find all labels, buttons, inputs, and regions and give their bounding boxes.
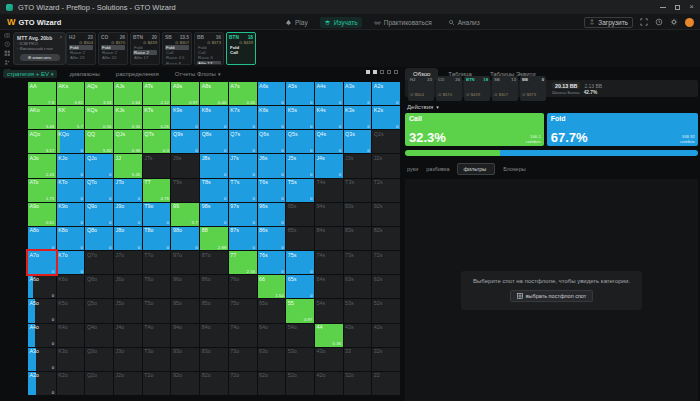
- hand-cell-A8o[interactable]: A8o0: [28, 227, 56, 250]
- hand-cell-AKs[interactable]: AKs3.82: [57, 82, 85, 105]
- action-card-fold[interactable]: Fold67.7%348.92combos: [547, 113, 698, 146]
- hand-cell-QJs[interactable]: QJs0.39: [114, 130, 142, 153]
- view-option-icon[interactable]: [387, 70, 391, 74]
- hand-cell-A4o[interactable]: A4o0: [28, 324, 56, 347]
- hand-cell-86o[interactable]: 86o: [200, 275, 228, 298]
- hand-cell-76s[interactable]: 76s0: [258, 251, 286, 274]
- hand-cell-65o[interactable]: 65o: [258, 299, 286, 322]
- hand-cell-J8o[interactable]: J8o0: [114, 227, 142, 250]
- view-option-icon[interactable]: [394, 70, 398, 74]
- hand-cell-92o[interactable]: 92o: [171, 372, 199, 395]
- hand-cell-JJ[interactable]: JJ5.26: [114, 154, 142, 177]
- action-allin-20[interactable]: Allin 20: [101, 55, 125, 60]
- hand-cell-99[interactable]: 993.7: [171, 203, 199, 226]
- hand-cell-66[interactable]: 661.54: [258, 275, 286, 298]
- hand-cell-85o[interactable]: 85o: [200, 299, 228, 322]
- hand-cell-98s[interactable]: 98s0: [200, 203, 228, 226]
- hand-cell-Q2o[interactable]: Q2o: [85, 372, 113, 395]
- hand-cell-AQs[interactable]: AQs3.53: [85, 82, 113, 105]
- edit-spot-button[interactable]: ⊕ изменить: [20, 54, 60, 61]
- hand-cell-ATo[interactable]: ATo1.75: [28, 179, 56, 202]
- hand-cell-AQo[interactable]: AQo3.17: [28, 130, 56, 153]
- actions-dropdown[interactable]: Действия▾: [407, 104, 698, 110]
- position-card-sb[interactable]: SB13.5⊙ $307FoldCallRaise 4.5Raise 8Alli…: [162, 32, 192, 65]
- hand-cell-83o[interactable]: 83o: [200, 348, 228, 371]
- hand-cell-32s[interactable]: 32s: [372, 348, 400, 371]
- hand-cell-44[interactable]: 440.36: [315, 324, 343, 347]
- expand-arrow-icon[interactable]: [58, 35, 63, 40]
- hand-cell-94o[interactable]: 94o: [171, 324, 199, 347]
- hand-cell-74s[interactable]: 74s: [315, 251, 343, 274]
- hand-cell-A6s[interactable]: A6s0: [258, 82, 286, 105]
- position-card-hj[interactable]: HJ23⊙ $504FoldRaise 2Allin 23: [66, 32, 96, 65]
- hand-cell-J8s[interactable]: J8s0: [200, 154, 228, 177]
- hand-cell-T7s[interactable]: T7s0: [229, 179, 257, 202]
- hand-cell-J2o[interactable]: J2o: [114, 372, 142, 395]
- hand-cell-93o[interactable]: 93o: [171, 348, 199, 371]
- hand-cell-K9s[interactable]: K9s0: [171, 106, 199, 129]
- hand-cell-K5o[interactable]: K5o: [57, 299, 85, 322]
- subtab-разбивка[interactable]: разбивка: [426, 166, 449, 172]
- hand-cell-Q5s[interactable]: Q5s0: [286, 130, 314, 153]
- hand-cell-T8o[interactable]: T8o0: [143, 227, 171, 250]
- hand-cell-T6s[interactable]: T6s0: [258, 179, 286, 202]
- hand-cell-T8s[interactable]: T8s0: [200, 179, 228, 202]
- hand-cell-A5o[interactable]: A5o0: [28, 299, 56, 322]
- user-avatar[interactable]: [685, 18, 694, 27]
- subtab-руки[interactable]: руки: [407, 166, 418, 172]
- action-allin-23[interactable]: Allin 23: [69, 55, 93, 60]
- hand-cell-KQo[interactable]: KQo0: [57, 130, 85, 153]
- hand-cell-A3s[interactable]: A3s0: [344, 82, 372, 105]
- subtab-фильтры[interactable]: фильтры: [457, 163, 495, 175]
- hand-cell-72o[interactable]: 72o: [229, 372, 257, 395]
- hand-cell-Q8o[interactable]: Q8o0: [85, 227, 113, 250]
- hand-cell-A2s[interactable]: A2s0: [372, 82, 400, 105]
- position-card-btn[interactable]: BTN20⊙ $439FoldRaise 2Allin 17: [130, 32, 160, 65]
- hand-cell-Q7o[interactable]: Q7o: [85, 251, 113, 274]
- hand-cell-AA[interactable]: AA7.8: [28, 82, 56, 105]
- hand-cell-K3o[interactable]: K3o: [57, 348, 85, 371]
- hand-cell-54o[interactable]: 54o: [286, 324, 314, 347]
- hand-cell-77[interactable]: 772.16: [229, 251, 257, 274]
- hand-cell-73s[interactable]: 73s: [344, 251, 372, 274]
- hand-cell-54s[interactable]: 54s: [315, 299, 343, 322]
- hand-cell-A4s[interactable]: A4s0: [315, 82, 343, 105]
- hand-cell-KK[interactable]: KK5.7: [57, 106, 85, 129]
- hand-cell-A8s[interactable]: A8s0.46: [200, 82, 228, 105]
- hand-cell-QQ[interactable]: QQ5.82: [85, 130, 113, 153]
- matrix-tab-стратегия[interactable]: стратегия + EV▾: [3, 70, 57, 78]
- action-allin-17[interactable]: Allin 17: [197, 61, 221, 65]
- hand-cell-72s[interactable]: 72s: [372, 251, 400, 274]
- hand-cell-AKo[interactable]: AKo3.48: [28, 106, 56, 129]
- hand-cell-T9o[interactable]: T9o0: [143, 203, 171, 226]
- hand-cell-84s[interactable]: 84s: [315, 227, 343, 250]
- matrix-tab-диапазоны[interactable]: диапазоны: [65, 70, 103, 78]
- gto-wizard-logo[interactable]: W GTO Wizard: [7, 17, 61, 27]
- hand-cell-T9s[interactable]: T9s: [171, 179, 199, 202]
- hand-cell-T7o[interactable]: T7o: [143, 251, 171, 274]
- hand-cell-T5o[interactable]: T5o: [143, 299, 171, 322]
- hand-cell-KJo[interactable]: KJo0: [57, 154, 85, 177]
- hand-cell-43s[interactable]: 43s: [344, 324, 372, 347]
- hand-cell-Q5o[interactable]: Q5o: [85, 299, 113, 322]
- hand-cell-KQs[interactable]: KQs0.56: [85, 106, 113, 129]
- hand-cell-K6o[interactable]: K6o: [57, 275, 85, 298]
- header-tab-анализ[interactable]: Анализ: [444, 17, 484, 28]
- select-postflop-spot-button[interactable]: выбрать постфлоп спот: [510, 290, 594, 302]
- hand-cell-J7s[interactable]: J7s0: [229, 154, 257, 177]
- action-call[interactable]: Call: [229, 50, 253, 55]
- hand-cell-A9o[interactable]: A9o0.61: [28, 203, 56, 226]
- hand-cell-QTo[interactable]: QTo0: [85, 179, 113, 202]
- hand-cell-J3s[interactable]: J3s: [344, 154, 372, 177]
- hand-cell-K3s[interactable]: K3s0: [344, 106, 372, 129]
- hand-cell-T3o[interactable]: T3o: [143, 348, 171, 371]
- hand-cell-63s[interactable]: 63s: [344, 275, 372, 298]
- hand-cell-K7o[interactable]: K7o0: [57, 251, 85, 274]
- hand-cell-J9s[interactable]: J9s: [171, 154, 199, 177]
- hand-cell-Q9s[interactable]: Q9s0: [171, 130, 199, 153]
- hand-cell-T6o[interactable]: T6o: [143, 275, 171, 298]
- hand-cell-53o[interactable]: 53o: [286, 348, 314, 371]
- hand-cell-82o[interactable]: 82o: [200, 372, 228, 395]
- spot-settings-card[interactable]: MTT Avg. 20bb · ICM PKO· Финальный стол …: [13, 32, 66, 65]
- hand-cell-Q6o[interactable]: Q6o: [85, 275, 113, 298]
